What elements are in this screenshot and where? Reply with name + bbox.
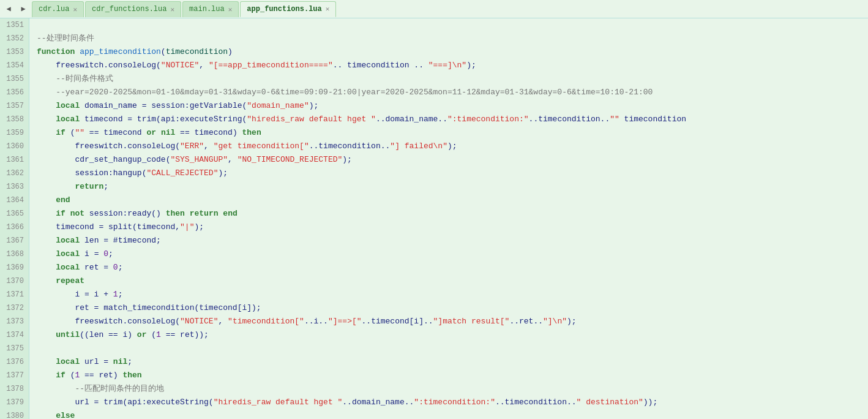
- code-line: url = trim(api:executeString("hiredis_ra…: [37, 396, 868, 409]
- code-token: == ret): [80, 371, 122, 380]
- code-token: freeswitch.consoleLog(: [37, 317, 180, 326]
- line-number: 1378: [5, 382, 24, 396]
- tab-app-functions[interactable]: app_functions.lua ✕: [240, 1, 336, 17]
- tab-app-functions-close[interactable]: ✕: [326, 5, 330, 13]
- code-line: local domain_name = session:getVariable(…: [37, 99, 868, 113]
- code-token: "": [75, 128, 84, 137]
- code-line: --匹配时间条件的目的地: [37, 382, 868, 396]
- code-area[interactable]: --处理时间条件function app_timecondition(timec…: [29, 18, 868, 419]
- line-numbers: 1351135213531354135513561357135813591360…: [0, 18, 29, 419]
- tab-main[interactable]: main.lua ✕: [182, 1, 239, 17]
- line-number: 1354: [5, 59, 24, 72]
- tab-cdr[interactable]: cdr.lua ✕: [32, 1, 84, 17]
- code-token: nil: [113, 357, 127, 366]
- code-token: local: [56, 263, 80, 272]
- code-token: "SYS_HANGUP": [170, 155, 228, 164]
- code-token: timecondition: [619, 115, 686, 124]
- tab-cdr-functions-close[interactable]: ✕: [170, 6, 174, 13]
- code-token: [37, 209, 56, 218]
- code-line: freeswitch.consoleLog("NOTICE", "[==app_…: [37, 59, 868, 72]
- line-number: 1351: [5, 18, 24, 32]
- code-token: "NO_TIMECOND_REJECTED": [238, 155, 343, 164]
- tab-main-label: main.lua: [189, 5, 225, 13]
- code-token: timecond = split(timecond,: [37, 222, 180, 232]
- code-token: freeswitch.consoleLog(: [37, 61, 161, 70]
- code-token: "ERR": [180, 142, 204, 151]
- code-token: " destination": [577, 398, 643, 407]
- code-token: session:hangup(: [37, 168, 146, 178]
- tab-cdr-functions[interactable]: cdr_functions.lua ✕: [85, 1, 181, 17]
- code-token: "CALL_REJECTED": [146, 168, 218, 178]
- tab-nav-next[interactable]: ▶: [17, 2, 29, 16]
- line-number: 1367: [5, 234, 24, 247]
- line-number: 1364: [5, 194, 24, 207]
- code-token: return: [190, 209, 219, 218]
- code-line: if ("" == timecond or nil == timecond) t…: [37, 126, 868, 140]
- code-token: i = i +: [37, 290, 113, 299]
- line-number: 1370: [5, 274, 24, 288]
- code-line: local i = 0;: [37, 247, 868, 261]
- code-token: ;: [108, 249, 113, 259]
- code-line: i = i + 1;: [37, 288, 868, 301]
- tab-main-close[interactable]: ✕: [228, 6, 233, 13]
- code-line: session:hangup("CALL_REJECTED");: [37, 167, 868, 180]
- code-token: --year=2020-2025&mon=01-10&mday=01-31&wd…: [56, 88, 653, 97]
- code-token: "NOTICE": [180, 317, 218, 326]
- code-token: 1: [113, 290, 118, 299]
- code-token: local: [56, 115, 80, 124]
- code-token: );: [567, 317, 577, 326]
- code-token: nil: [161, 128, 175, 137]
- code-line: if (1 == ret) then: [37, 369, 868, 382]
- code-token: timecondition: [166, 47, 228, 56]
- code-token: local: [56, 101, 80, 110]
- code-token: or: [137, 330, 147, 339]
- line-number: 1362: [5, 167, 24, 180]
- code-token: ..ret..: [509, 317, 543, 326]
- line-number: 1361: [5, 153, 24, 167]
- line-number: 1374: [5, 328, 24, 342]
- code-token: "]==>[": [328, 317, 362, 326]
- tab-nav-prev[interactable]: ◀: [2, 2, 15, 16]
- line-number: 1360: [5, 140, 24, 153]
- code-token: );: [466, 61, 476, 70]
- line-number: 1359: [5, 126, 24, 140]
- code-token: (: [65, 371, 75, 380]
- code-token: domain_name = session:getVariable(: [80, 101, 247, 110]
- code-token: i =: [80, 249, 103, 259]
- code-line: [37, 18, 868, 32]
- code-token: session:ready(): [84, 209, 166, 218]
- code-token: ..timecondition..: [495, 398, 577, 407]
- code-line: cdr_set_hangup_code("SYS_HANGUP", "NO_TI…: [37, 153, 868, 167]
- code-token: len = #timecond;: [80, 236, 161, 245]
- code-token: freeswitch.consoleLog(: [37, 142, 180, 151]
- code-token: then: [166, 209, 185, 218]
- code-line: return;: [37, 180, 868, 194]
- code-line: local len = #timecond;: [37, 234, 868, 247]
- code-token: local: [56, 357, 80, 366]
- tab-cdr-close[interactable]: ✕: [73, 6, 77, 13]
- code-line: freeswitch.consoleLog("NOTICE", "timecon…: [37, 315, 868, 328]
- code-token: url = trim(api:executeString(: [37, 398, 214, 407]
- code-line: [37, 342, 868, 355]
- code-token: [37, 88, 56, 97]
- code-line: function app_timecondition(timecondition…: [37, 45, 868, 59]
- line-number: 1363: [5, 180, 24, 194]
- line-number: 1376: [5, 355, 24, 369]
- line-number: 1372: [5, 301, 24, 315]
- code-token: "===]\n": [428, 61, 466, 70]
- code-token: .. timecondition ..: [333, 61, 428, 70]
- code-token: "]\n": [543, 317, 567, 326]
- code-token: then: [242, 128, 261, 137]
- code-token: if: [56, 209, 65, 218]
- code-line: ret = match_timecondition(timecond[i]);: [37, 301, 868, 315]
- code-token: [37, 330, 56, 339]
- line-number: 1357: [5, 99, 24, 113]
- code-token: ,: [199, 61, 209, 70]
- line-number: 1368: [5, 247, 24, 261]
- code-token: --匹配时间条件的目的地: [75, 384, 164, 393]
- line-number: 1375: [5, 342, 24, 355]
- code-token: ..domain_name..: [376, 115, 447, 124]
- line-number: 1380: [5, 409, 24, 419]
- code-token: app_timecondition: [80, 47, 161, 56]
- code-token: ));: [643, 398, 657, 407]
